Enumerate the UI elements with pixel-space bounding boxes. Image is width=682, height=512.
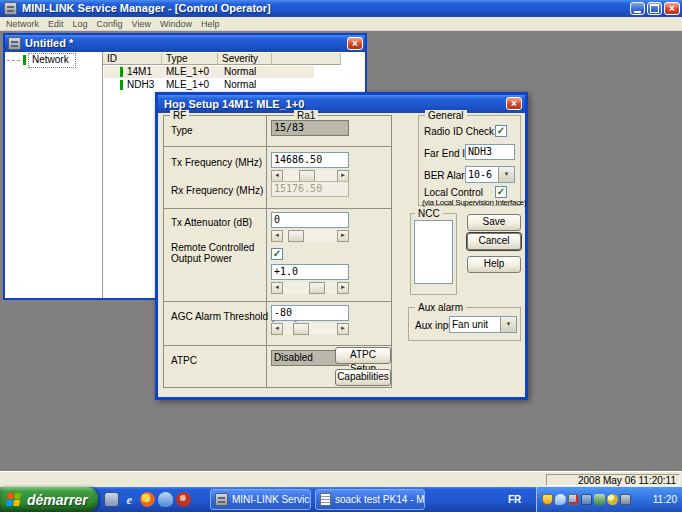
document-title: Untitled * (25, 35, 73, 52)
menu-edit[interactable]: Edit (48, 19, 64, 29)
scroll-thumb[interactable] (288, 230, 304, 242)
row-id[interactable]: 14M1 (127, 66, 152, 78)
atpc-label: ATPC (171, 355, 197, 366)
row-type[interactable]: MLE_1+0 (166, 79, 209, 91)
row-severity[interactable]: Normal (224, 79, 256, 91)
main-window-title: MINI-LINK Service Manager - [Control Ope… (22, 0, 271, 17)
scroll-right-icon[interactable]: ► (337, 230, 349, 242)
dialog-body: RF Ra1 Type 15/83 Tx Frequency (MHz) 146… (158, 113, 525, 397)
quicklaunch-network-icon[interactable] (158, 492, 173, 507)
pane-divider[interactable] (102, 52, 103, 298)
tray-clock: 11:20 (653, 487, 677, 512)
general-group-label: General (425, 110, 467, 121)
scroll-right-icon[interactable]: ► (337, 282, 349, 294)
task-label: MINI-LINK Service Ma... (232, 494, 311, 505)
tx-attenuator-field[interactable]: 0 (271, 212, 349, 228)
system-tray: 11:20 (536, 487, 682, 512)
check-icon: ✓ (497, 125, 505, 136)
menu-log[interactable]: Log (73, 19, 88, 29)
aux-input1-value: Fan unit (450, 317, 500, 332)
network-disconnected-icon[interactable] (568, 494, 579, 505)
scroll-left-icon[interactable]: ◄ (271, 323, 283, 335)
local-control-note: (via Local Supervision Interface) (422, 198, 526, 207)
close-icon: × (511, 99, 517, 109)
status-bar: 2008 May 06 11:20:11 (0, 471, 682, 487)
document-close-button[interactable]: × (347, 37, 363, 50)
menu-config[interactable]: Config (97, 19, 123, 29)
row-severity[interactable]: Normal (224, 66, 256, 78)
scroll-thumb[interactable] (293, 323, 309, 335)
output-power-field[interactable]: +1.0 (271, 264, 349, 280)
menu-help[interactable]: Help (201, 19, 220, 29)
tree-node-network[interactable]: Network (32, 54, 69, 66)
dual-computer-icon[interactable] (581, 494, 592, 505)
document-titlebar: Untitled * × (5, 35, 365, 52)
agc-threshold-field[interactable]: -80 (271, 305, 349, 321)
type-field: 15/83 (271, 120, 349, 136)
main-titlebar: MINI-LINK Service Manager - [Control Ope… (0, 0, 682, 17)
key-icon[interactable] (607, 494, 618, 505)
rx-frequency-field: 15176.50 (271, 181, 349, 197)
remote-controlled-label-2: Output Power (171, 253, 232, 264)
start-button[interactable]: démarrer (0, 487, 98, 512)
menu-network[interactable]: Network (6, 19, 39, 29)
aux-alarm-group-label: Aux alarm (415, 302, 466, 313)
quicklaunch-media-icon[interactable] (176, 492, 191, 507)
taskbar-task-document[interactable]: soack test PK14 - Mic... (315, 489, 425, 510)
menu-view[interactable]: View (132, 19, 151, 29)
scroll-left-icon[interactable]: ◄ (271, 230, 283, 242)
dialog-titlebar: Hop Setup 14M1: MLE_1+0 × (158, 95, 525, 113)
app-icon (4, 2, 17, 15)
remote-controlled-checkbox[interactable]: ✓ (271, 248, 283, 260)
local-control-checkbox[interactable]: ✓ (495, 186, 507, 198)
column-header-empty[interactable] (272, 53, 341, 65)
column-header-id[interactable]: ID (103, 53, 162, 65)
tree-connector (7, 60, 20, 61)
rf-group-label: RF (170, 110, 189, 121)
save-button[interactable]: Save (467, 214, 521, 231)
cancel-button[interactable]: Cancel (467, 233, 521, 250)
ncc-group-label: NCC (415, 208, 443, 219)
dropdown-arrow-icon[interactable]: ▼ (498, 167, 514, 182)
ber-alarm-dropdown[interactable]: 10-6 ▼ (465, 166, 515, 183)
display-settings-icon[interactable] (620, 494, 631, 505)
column-header-type[interactable]: Type (162, 53, 218, 65)
aux-input1-dropdown[interactable]: Fan unit ▼ (449, 316, 517, 333)
dropdown-arrow-icon[interactable]: ▼ (500, 317, 516, 332)
menu-bar: Network Edit Log Config View Window Help (0, 17, 682, 31)
row-id[interactable]: NDH3 (127, 79, 154, 91)
quicklaunch-ie-icon[interactable]: e (122, 492, 137, 507)
quicklaunch-mail-icon[interactable] (104, 492, 119, 507)
taskbar-task-minilink[interactable]: MINI-LINK Service Ma... (210, 489, 311, 510)
far-end-id-field[interactable]: NDH3 (465, 144, 515, 160)
usb-safely-remove-icon[interactable] (594, 494, 605, 505)
close-button[interactable]: × (664, 2, 680, 15)
status-ok-bar (120, 80, 123, 90)
tx-frequency-field[interactable]: 14686.50 (271, 152, 349, 168)
output-power-scrollbar[interactable]: ◄ ► (271, 282, 349, 294)
dialog-close-button[interactable]: × (506, 97, 522, 110)
quicklaunch-browser-icon[interactable] (140, 492, 155, 507)
column-header-severity[interactable]: Severity (218, 53, 272, 65)
task-label: soack test PK14 - Mic... (335, 494, 425, 505)
atpc-setup-button[interactable]: ATPC Setup (335, 347, 391, 364)
language-indicator[interactable]: FR (508, 487, 521, 512)
ncc-listbox[interactable] (414, 220, 453, 284)
radio-id-checkbox[interactable]: ✓ (495, 125, 507, 137)
status-datetime: 2008 May 06 11:20:11 (546, 474, 680, 486)
security-shield-icon[interactable] (542, 494, 553, 505)
capabilities-button[interactable]: Capabilities (335, 369, 391, 386)
menu-window[interactable]: Window (160, 19, 192, 29)
minimize-button[interactable] (630, 2, 645, 15)
restore-button[interactable] (647, 2, 662, 15)
word-document-icon (320, 493, 331, 506)
scroll-thumb[interactable] (309, 282, 325, 294)
tx-attenuator-scrollbar[interactable]: ◄ ► (271, 230, 349, 242)
help-button[interactable]: Help (467, 256, 521, 273)
messenger-icon[interactable] (555, 494, 566, 505)
scroll-right-icon[interactable]: ► (337, 323, 349, 335)
row-type[interactable]: MLE_1+0 (166, 66, 209, 78)
rf-grid: RF Ra1 Type 15/83 Tx Frequency (MHz) 146… (163, 115, 392, 388)
scroll-left-icon[interactable]: ◄ (271, 282, 283, 294)
agc-threshold-scrollbar[interactable]: ◄ ► (271, 323, 349, 335)
